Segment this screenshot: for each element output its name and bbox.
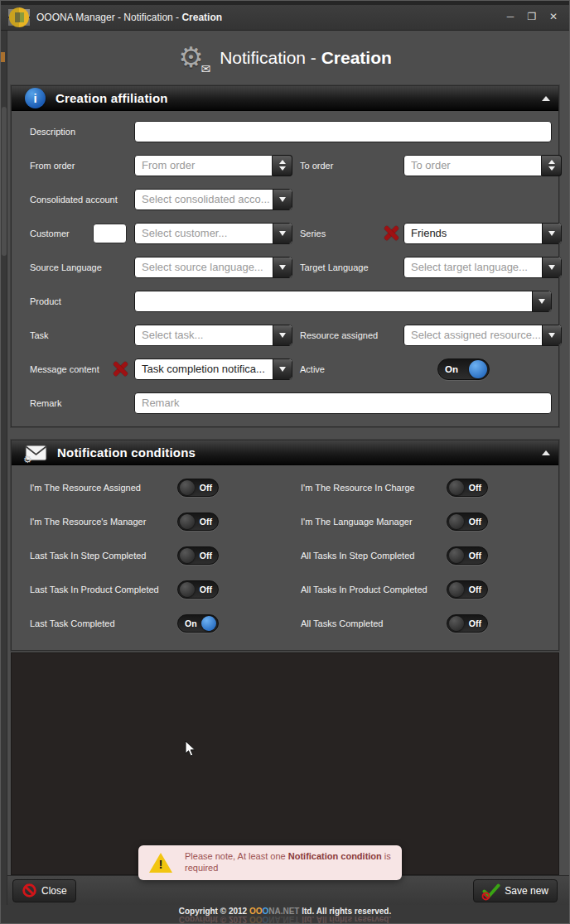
prohibition-icon <box>22 883 37 898</box>
envelope-icon: ✉ <box>200 62 210 75</box>
order-range-row: From order To order <box>12 148 552 182</box>
consolidated-account-label: Consolidated account <box>30 195 118 205</box>
scrollbar-thumb[interactable] <box>2 107 7 256</box>
description-label: Description <box>30 127 75 137</box>
collapse-arrow-icon[interactable] <box>542 96 550 101</box>
section-title: Creation affiliation <box>56 91 168 105</box>
window-title-bold: Creation <box>181 12 222 23</box>
toggle-all-tasks-in-step[interactable]: Off <box>447 546 488 565</box>
conditions-row: Last Task Completed On All Tasks Complet… <box>12 606 552 640</box>
section-title: Notification conditions <box>57 445 196 460</box>
warning-icon: ! <box>148 852 173 873</box>
chevron-down-icon[interactable] <box>273 325 292 345</box>
vertical-scrollbar[interactable] <box>1 31 7 905</box>
mini-gear-icon: ⚙ <box>23 454 32 465</box>
window-title-prefix: OOONA Manager - Notification - <box>36 12 181 23</box>
conditions-row: I'm The Resource's Manager Off I'm The L… <box>12 504 552 538</box>
from-order-input[interactable] <box>134 155 273 176</box>
save-check-icon <box>482 883 500 898</box>
toggle-resource-in-charge[interactable]: Off <box>447 479 488 497</box>
task-select[interactable]: Select task... <box>134 325 292 346</box>
description-input[interactable] <box>134 121 552 142</box>
chevron-down-icon[interactable] <box>542 224 561 243</box>
section-header-creation-affiliation[interactable]: i Creation affiliation <box>12 86 558 111</box>
chevron-down-icon[interactable] <box>542 257 561 277</box>
toggle-last-task-completed[interactable]: On <box>177 614 219 633</box>
toggle-last-task-in-step[interactable]: Off <box>177 546 219 565</box>
close-button[interactable]: Close <box>12 879 76 902</box>
source-language-select[interactable]: Select source language... <box>134 257 292 278</box>
minimize-icon[interactable]: ─ <box>503 9 518 24</box>
message-active-row: Message content Task completion notifica… <box>12 352 552 386</box>
conditions-row: I'm The Resource Assigned Off I'm The Re… <box>12 470 552 504</box>
clear-selection-icon[interactable] <box>113 362 127 376</box>
customer-label: Customer <box>30 229 70 238</box>
chevron-down-icon[interactable] <box>273 190 292 209</box>
page-title: Notification - Creation <box>220 48 392 68</box>
conditions-body: I'm The Resource Assigned Off I'm The Re… <box>12 465 558 650</box>
product-label: Product <box>30 296 61 306</box>
toggle-resources-manager[interactable]: Off <box>177 513 219 531</box>
conditions-row: Last Task In Step Completed Off All Task… <box>12 538 552 572</box>
task-resource-row: Task Select task... Resource assigned Se… <box>12 318 552 352</box>
language-row: Source Language Select source language..… <box>12 250 552 284</box>
ooona-logo-icon <box>8 7 30 28</box>
section-notification-conditions: ⚙ Notification conditions I'm The Resour… <box>11 440 559 651</box>
mini-prohibition-icon <box>481 892 490 901</box>
from-order-stepper <box>134 155 292 176</box>
spinner-icon[interactable] <box>273 155 292 176</box>
active-toggle[interactable]: On <box>437 359 490 380</box>
customer-series-row: Customer Select customer... Series Frien… <box>12 216 552 250</box>
collapse-arrow-icon[interactable] <box>542 450 550 455</box>
message-content-label: Message content <box>30 364 99 374</box>
customer-color-swatch[interactable] <box>93 224 127 243</box>
resource-assigned-select[interactable]: Select assigned resource... <box>403 325 562 346</box>
toggle-all-tasks-completed[interactable]: Off <box>447 614 488 633</box>
customer-select[interactable]: Select customer... <box>134 223 292 244</box>
toggle-knob <box>469 360 487 378</box>
validation-message: Please note, At least one Notification c… <box>185 851 392 874</box>
target-language-label: Target Language <box>300 262 369 272</box>
close-window-icon[interactable]: ✕ <box>546 9 561 24</box>
validation-toast: ! Please note, At least one Notification… <box>138 845 402 880</box>
mouse-cursor <box>185 740 196 761</box>
ooona-manager-window: OOONA Manager - Notification - Creation … <box>0 0 570 924</box>
series-select[interactable]: Friends <box>403 223 562 244</box>
chevron-down-icon[interactable] <box>273 359 292 379</box>
empty-panel <box>11 652 559 875</box>
to-order-label: To order <box>300 161 333 171</box>
message-content-select[interactable]: Task completion notifica... <box>134 359 292 380</box>
from-order-label: From order <box>30 161 75 171</box>
to-order-stepper <box>403 155 562 176</box>
chevron-down-icon[interactable] <box>273 257 292 277</box>
spinner-icon[interactable] <box>542 155 562 176</box>
titlebar: OOONA Manager - Notification - Creation … <box>1 1 569 31</box>
to-order-input[interactable] <box>403 155 542 176</box>
maximize-icon[interactable]: ❐ <box>524 9 539 24</box>
window-controls: ─ ❐ ✕ <box>503 9 569 24</box>
toggle-last-task-in-product[interactable]: Off <box>177 580 219 599</box>
product-row: Product <box>12 284 552 318</box>
consolidated-account-select[interactable]: Select consolidated acco... <box>134 189 292 210</box>
section-header-notification-conditions[interactable]: ⚙ Notification conditions <box>12 440 558 465</box>
notification-envelope-icon: ⚙ <box>25 445 47 461</box>
toggle-all-tasks-in-product[interactable]: Off <box>447 580 488 599</box>
source-language-label: Source Language <box>30 262 102 272</box>
conditions-row: Last Task In Product Completed Off All T… <box>12 572 552 606</box>
target-language-select[interactable]: Select target language... <box>403 257 562 278</box>
main-content: ⚙ ✉ Notification - Creation i Creation a… <box>1 31 569 905</box>
resource-assigned-label: Resource assigned <box>300 330 378 340</box>
info-icon: i <box>25 88 46 108</box>
chevron-down-icon[interactable] <box>273 224 292 243</box>
toggle-resource-assigned[interactable]: Off <box>177 479 219 497</box>
chevron-down-icon[interactable] <box>542 325 561 345</box>
clear-selection-icon[interactable] <box>384 226 398 240</box>
task-label: Task <box>30 330 49 340</box>
product-select[interactable] <box>134 291 552 312</box>
chevron-down-icon[interactable] <box>532 291 551 311</box>
toggle-language-manager[interactable]: Off <box>447 513 488 531</box>
page-header: ⚙ ✉ Notification - Creation <box>1 31 569 85</box>
remark-input[interactable] <box>134 392 552 414</box>
copyright-reflection: Copyright © 2012 OOONA.NET ltd. All righ… <box>1 915 569 923</box>
save-new-button[interactable]: Save new <box>473 879 558 902</box>
